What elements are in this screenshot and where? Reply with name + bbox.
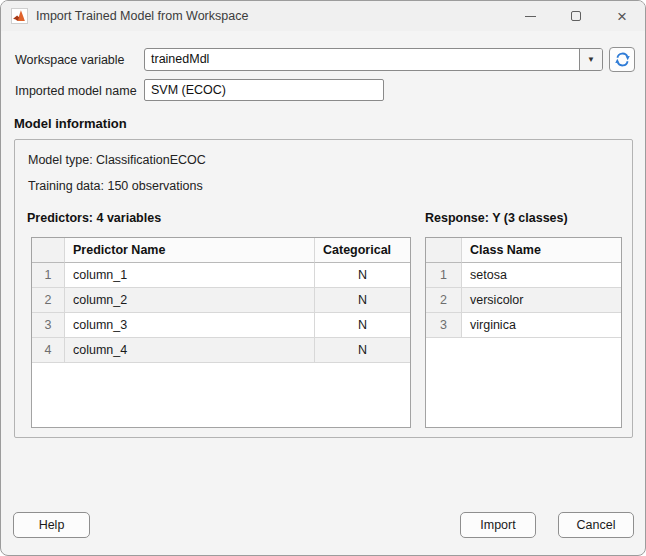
workspace-variable-value[interactable]: trainedMdl: [145, 49, 579, 70]
imported-model-name-label: Imported model name: [15, 84, 137, 98]
categorical-cell[interactable]: N: [315, 313, 410, 338]
refresh-icon: [614, 51, 631, 68]
table-row[interactable]: 4 column_4 N: [32, 338, 410, 363]
table-row[interactable]: 2 column_2 N: [32, 288, 410, 313]
refresh-workspace-button[interactable]: [609, 47, 635, 72]
response-heading: Response: Y (3 classes): [425, 211, 568, 225]
maximize-icon: [571, 11, 581, 21]
close-icon: ×: [617, 8, 627, 25]
response-table: Class Name 1 setosa 2 versicolor 3 virgi…: [425, 237, 622, 428]
categorical-cell[interactable]: N: [315, 338, 410, 363]
workspace-variable-combo[interactable]: trainedMdl ▼: [144, 48, 603, 71]
predictor-name-column-header: Predictor Name: [65, 238, 315, 263]
table-row[interactable]: 3 virginica: [426, 313, 621, 338]
cancel-button[interactable]: Cancel: [558, 512, 634, 538]
matlab-logo-icon: [11, 8, 28, 24]
training-data-text: Training data: 150 observations: [28, 179, 203, 193]
workspace-variable-label: Workspace variable: [15, 53, 125, 67]
chevron-down-icon: ▼: [587, 55, 595, 64]
table-row[interactable]: 3 column_3 N: [32, 313, 410, 338]
predictors-table-empty-area: [32, 363, 410, 427]
response-table-empty-area: [426, 338, 621, 427]
row-number-header: [426, 238, 462, 263]
class-name-column-header: Class Name: [462, 238, 621, 263]
predictors-table: Predictor Name Categorical 1 column_1 N …: [31, 237, 411, 428]
help-button[interactable]: Help: [13, 512, 90, 538]
close-button[interactable]: ×: [599, 1, 645, 31]
categorical-column-header: Categorical: [315, 238, 410, 263]
window-controls: ×: [507, 1, 645, 31]
title-bar: Import Trained Model from Workspace ×: [1, 1, 645, 31]
categorical-cell[interactable]: N: [315, 288, 410, 313]
table-row[interactable]: 1 column_1 N: [32, 263, 410, 288]
categorical-cell[interactable]: N: [315, 263, 410, 288]
predictors-heading: Predictors: 4 variables: [27, 211, 161, 225]
row-number-header: [32, 238, 65, 263]
predictors-table-header: Predictor Name Categorical: [32, 238, 410, 263]
minimize-icon: [525, 16, 536, 17]
model-information-heading: Model information: [14, 116, 127, 131]
import-model-dialog: Import Trained Model from Workspace × Wo…: [0, 0, 646, 556]
response-table-header: Class Name: [426, 238, 621, 263]
model-type-text: Model type: ClassificationECOC: [28, 153, 206, 167]
window-title: Import Trained Model from Workspace: [36, 9, 248, 23]
imported-model-name-field[interactable]: [144, 79, 384, 101]
table-row[interactable]: 2 versicolor: [426, 288, 621, 313]
model-information-panel: Model type: ClassificationECOC Training …: [14, 139, 633, 438]
minimize-button[interactable]: [507, 1, 553, 31]
maximize-button[interactable]: [553, 1, 599, 31]
table-row[interactable]: 1 setosa: [426, 263, 621, 288]
workspace-variable-dropdown-button[interactable]: ▼: [579, 49, 602, 70]
import-button[interactable]: Import: [460, 512, 536, 538]
